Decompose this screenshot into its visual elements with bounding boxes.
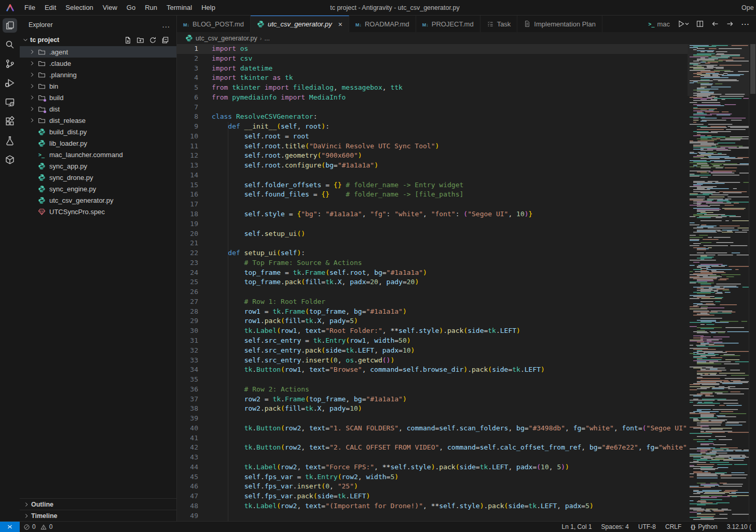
navigate-back-icon[interactable] — [711, 20, 719, 28]
tree-item-utcsyncpro-spec[interactable]: UTCSyncPro.spec — [20, 206, 176, 217]
code-line[interactable]: 7 — [177, 103, 688, 113]
code-line[interactable]: 35 — [177, 375, 688, 385]
line-number[interactable]: 16 — [177, 190, 198, 200]
code-line[interactable]: 23 # Top Frame: Source & Actions — [177, 258, 688, 268]
code-line[interactable]: 12 self.root.geometry("900x600") — [177, 151, 688, 161]
code-line[interactable]: 33 self.src_entry.insert(0, os.getcwd()) — [177, 356, 688, 366]
code-line[interactable]: 26 — [177, 287, 688, 297]
line-number[interactable]: 28 — [177, 307, 198, 317]
tree-item-lib-loader-py[interactable]: lib_loader.py — [20, 137, 176, 149]
tab-blog-post-md[interactable]: M↓BLOG_POST.md — [177, 16, 251, 32]
line-number[interactable]: 8 — [177, 112, 198, 122]
line-number[interactable]: 18 — [177, 209, 198, 219]
run-button[interactable] — [677, 20, 689, 28]
minimap[interactable] — [688, 44, 749, 521]
line-number[interactable]: 40 — [177, 424, 198, 433]
line-number[interactable]: 31 — [177, 336, 198, 346]
code-line[interactable]: 27 # Row 1: Root Folder — [177, 297, 688, 307]
line-number[interactable]: 2 — [177, 54, 198, 64]
antigravity-logo-icon[interactable] — [0, 4, 20, 11]
line-number[interactable]: 32 — [177, 346, 198, 356]
activitybar-run-debug-icon[interactable] — [3, 76, 17, 90]
line-number[interactable]: 43 — [177, 453, 198, 463]
status-3-12-10-[interactable]: 3.12.10 ( — [722, 522, 756, 532]
line-number[interactable]: 13 — [177, 161, 198, 171]
line-number[interactable]: 15 — [177, 180, 198, 190]
breadcrumb[interactable]: utc_csv_generator.py › ... — [177, 32, 756, 44]
activitybar-testing-icon[interactable] — [3, 133, 17, 148]
line-number[interactable]: 9 — [177, 122, 198, 132]
code-line[interactable]: 11 self.root.title("DaVinci Resolve UTC … — [177, 142, 688, 151]
line-number[interactable]: 20 — [177, 229, 198, 239]
line-number[interactable]: 27 — [177, 297, 198, 307]
code-line[interactable]: 46 self.fps_var.insert(0, "25") — [177, 482, 688, 492]
breadcrumb-more[interactable]: ... — [265, 35, 270, 42]
menu-file[interactable]: File — [20, 0, 40, 16]
status-utf-8[interactable]: UTF-8 — [634, 522, 661, 532]
line-number[interactable]: 33 — [177, 356, 198, 366]
status-ln-1-col-1[interactable]: Ln 1, Col 1 — [557, 522, 597, 532]
code-line[interactable]: 15 self.folder_offsets = {} # folder_nam… — [177, 180, 688, 190]
code-line[interactable]: 10 self.root = root — [177, 132, 688, 142]
code-line[interactable]: 49 — [177, 511, 688, 521]
code-line[interactable]: 6from pymediainfo import MediaInfo — [177, 93, 688, 103]
code-line[interactable]: 31 self.src_entry = tk.Entry(row1, width… — [177, 336, 688, 346]
scrollbar-thumb[interactable] — [750, 44, 755, 94]
status-crlf[interactable]: CRLF — [661, 522, 686, 532]
titlebar-right-label[interactable]: Ope — [741, 0, 756, 16]
line-number[interactable]: 5 — [177, 83, 198, 93]
code-line[interactable]: 30 tk.Label(row1, text="Root Folder:", *… — [177, 326, 688, 336]
minimap-viewport-indicator[interactable] — [688, 44, 749, 96]
activitybar-packages-icon[interactable] — [3, 152, 17, 167]
code-line[interactable]: 22 def setup_ui(self): — [177, 248, 688, 258]
activitybar-extensions-icon[interactable] — [3, 114, 17, 129]
code-line[interactable]: 21 — [177, 239, 688, 248]
line-number[interactable]: 11 — [177, 142, 198, 151]
tree-item-utc-csv-generator-py[interactable]: utc_csv_generator.py — [20, 194, 176, 206]
line-number[interactable]: 14 — [177, 171, 198, 180]
code-line[interactable]: 16 self.found_files = {} # folder_name -… — [177, 190, 688, 200]
tree-item-build-dist-py[interactable]: build_dist.py — [20, 126, 176, 137]
code-line[interactable]: 38 row2.pack(fill=tk.X, pady=10) — [177, 404, 688, 414]
line-number[interactable]: 36 — [177, 385, 198, 395]
vertical-scrollbar[interactable] — [749, 44, 756, 521]
line-number[interactable]: 44 — [177, 463, 198, 472]
tree-item-bin[interactable]: bin — [20, 80, 176, 92]
code-line[interactable]: 17 — [177, 200, 688, 209]
line-number[interactable]: 24 — [177, 268, 198, 278]
collapse-all-icon[interactable] — [161, 36, 169, 44]
line-number[interactable]: 19 — [177, 219, 198, 229]
line-number[interactable]: 7 — [177, 103, 198, 113]
refresh-icon[interactable] — [149, 36, 157, 44]
code-line[interactable]: 1import os — [177, 44, 688, 54]
tree-item-dist-release[interactable]: dist_release — [20, 115, 176, 126]
status-spaces-4[interactable]: Spaces: 4 — [597, 522, 634, 532]
line-number[interactable]: 4 — [177, 73, 198, 83]
line-number[interactable]: 37 — [177, 395, 198, 404]
code-line[interactable]: 37 row2 = tk.Frame(top_frame, bg="#1a1a1… — [177, 395, 688, 404]
status-python[interactable]: {}Python — [686, 522, 722, 532]
menu-view[interactable]: View — [98, 0, 122, 16]
code-line[interactable]: 5from tkinter import filedialog, message… — [177, 83, 688, 93]
code-line[interactable]: 4import tkinter as tk — [177, 73, 688, 83]
line-number[interactable]: 17 — [177, 200, 198, 209]
menu-run[interactable]: Run — [140, 0, 162, 16]
terminal-tab[interactable]: >_ mac — [648, 20, 670, 28]
menu-help[interactable]: Help — [197, 0, 220, 16]
tree-item-sync-engine-py[interactable]: sync_engine.py — [20, 183, 176, 194]
code-line[interactable]: 2import csv — [177, 54, 688, 64]
activitybar-explorer-icon[interactable] — [3, 18, 17, 33]
code-line[interactable]: 24 top_frame = tk.Frame(self.root, bg="#… — [177, 268, 688, 278]
code-line[interactable]: 42 tk.Button(row2, text="2. CALC OFFSET … — [177, 443, 688, 453]
activitybar-source-control-icon[interactable] — [3, 57, 17, 71]
line-number[interactable]: 47 — [177, 492, 198, 501]
code-line[interactable]: 18 self.style = {"bg": "#1a1a1a", "fg": … — [177, 209, 688, 219]
split-editor-icon[interactable] — [696, 20, 704, 28]
line-number[interactable]: 39 — [177, 414, 198, 424]
new-file-icon[interactable] — [124, 36, 132, 44]
tab-roadmap-md[interactable]: M↓ROADMAP.md — [349, 16, 416, 32]
line-number[interactable]: 1 — [177, 44, 198, 54]
tree-item--claude[interactable]: .claude — [20, 58, 176, 69]
menu-terminal[interactable]: Terminal — [162, 0, 197, 16]
code-line[interactable]: 47 self.fps_var.pack(side=tk.LEFT) — [177, 492, 688, 501]
